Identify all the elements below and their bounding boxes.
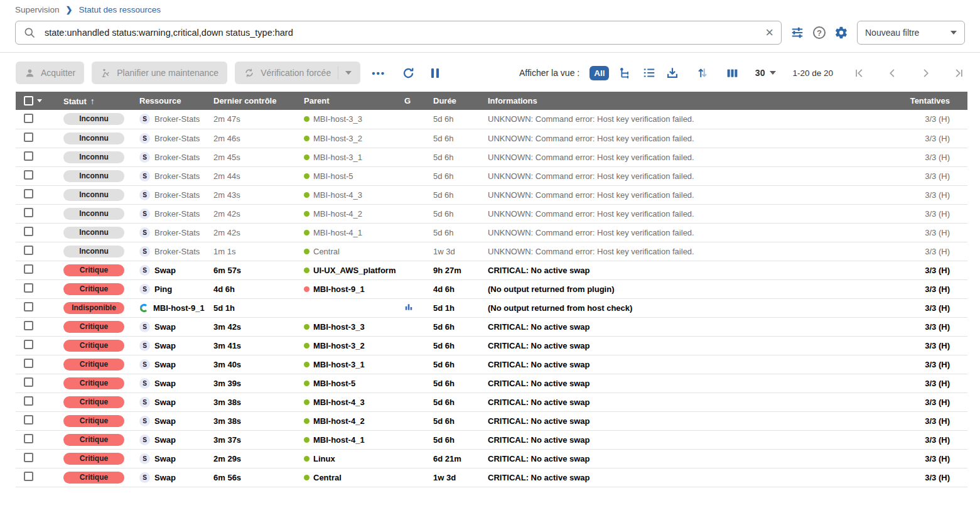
status-badge[interactable]: Inconnu [63,170,124,182]
parent-name[interactable]: MBI-host-3_1 [313,360,365,369]
tune-filter-icon[interactable] [790,26,804,40]
row-checkbox[interactable] [24,340,33,349]
parent-name[interactable]: MBI-host-5 [313,379,355,388]
parent-name[interactable]: MBI-host-3_3 [313,322,365,332]
breadcrumb-page[interactable]: Statut des ressources [78,5,161,14]
status-badge[interactable]: Inconnu [63,208,124,220]
status-badge[interactable]: Critique [63,415,124,427]
table-row[interactable]: Critique S Ping 4d 6h MBI-host-9_1 4d 6h… [16,279,967,298]
row-checkbox[interactable] [24,472,33,481]
rows-per-page-select[interactable]: 30 [755,68,777,78]
row-checkbox[interactable] [24,453,33,462]
sort-rows-icon[interactable] [696,66,709,80]
parent-name[interactable]: MBI-host-4_2 [313,416,365,426]
status-badge[interactable]: Inconnu [63,133,124,144]
acknowledge-button[interactable]: Acquitter [16,62,84,84]
chevron-down-icon[interactable] [345,71,352,75]
row-checkbox[interactable] [24,377,33,387]
search-box[interactable]: × [15,21,782,45]
row-checkbox[interactable] [24,283,33,293]
breadcrumb-section[interactable]: Supervision [15,5,60,14]
table-row[interactable]: Critique S Swap 3m 38s MBI-host-4_3 5d 6… [16,392,967,411]
parent-name[interactable]: MBI-host-9_1 [313,284,365,294]
parent-name[interactable]: MBI-host-4_3 [313,398,365,407]
select-all-checkbox[interactable] [24,96,33,106]
status-badge[interactable]: Indisponible [63,302,124,314]
status-badge[interactable]: Critique [63,283,124,295]
row-checkbox[interactable] [24,321,33,330]
table-row[interactable]: Inconnu S Broker-Stats 2m 47s MBI-host-3… [16,110,967,129]
gear-icon[interactable] [834,26,848,40]
parent-name[interactable]: MBI-host-5 [313,171,353,181]
next-page-icon[interactable] [920,67,932,79]
header-duree[interactable]: Durée [431,92,485,110]
parent-name[interactable]: MBI-host-4_3 [313,190,362,200]
table-row[interactable]: Inconnu S Broker-Stats 2m 42s MBI-host-4… [16,204,967,223]
table-row[interactable]: Critique S Swap 6m 57s UI-UX_AWS_platfor… [16,261,967,279]
status-badge[interactable]: Inconnu [63,189,124,201]
row-checkbox[interactable] [24,396,33,406]
header-statut[interactable]: Statut↑ [61,92,137,110]
view-all-button[interactable]: All [590,66,609,80]
header-informations[interactable]: Informations [485,92,876,110]
last-page-icon[interactable] [953,67,965,79]
header-g[interactable]: G [402,92,431,110]
row-checkbox[interactable] [24,434,33,443]
table-row[interactable]: Critique S Swap 3m 37s MBI-host-4_1 5d 6… [16,430,967,449]
header-ressource[interactable]: Ressource [137,92,211,110]
resource-name[interactable]: Broker-Stats [154,134,200,143]
resource-name[interactable]: Swap [154,341,176,350]
table-row[interactable]: Critique S Swap 2m 29s Linux 6d 21m CRIT… [16,449,967,468]
resource-name[interactable]: Swap [154,435,176,445]
status-badge[interactable]: Critique [63,396,124,408]
parent-name[interactable]: Central [313,473,342,482]
table-row[interactable]: Inconnu S Broker-Stats 2m 46s MBI-host-3… [16,129,967,148]
resource-name[interactable]: Swap [154,454,176,463]
status-badge[interactable]: Inconnu [63,151,124,163]
table-row[interactable]: Critique S Swap 3m 40s MBI-host-3_1 5d 6… [16,355,967,374]
row-checkbox[interactable] [24,170,33,180]
chevron-down-icon[interactable] [37,99,42,102]
export-download-icon[interactable] [665,66,679,80]
status-badge[interactable]: Critique [63,264,124,276]
row-checkbox[interactable] [24,227,33,236]
resource-name[interactable]: Broker-Stats [154,228,200,237]
parent-name[interactable]: MBI-host-3_3 [313,114,362,124]
row-checkbox[interactable] [24,133,33,142]
parent-name[interactable]: MBI-host-3_2 [313,134,362,143]
parent-name[interactable]: UI-UX_AWS_platform [313,266,396,275]
parent-name[interactable]: MBI-host-4_2 [313,209,362,219]
status-badge[interactable]: Critique [63,434,124,446]
resource-name[interactable]: Broker-Stats [154,153,200,162]
previous-page-icon[interactable] [886,67,898,79]
table-row[interactable]: Critique S Swap 6m 56s Central 1w 3d CRI… [16,468,967,487]
more-actions-icon[interactable]: ••• [372,68,385,78]
graph-icon[interactable] [404,303,413,311]
table-row[interactable]: Inconnu S Broker-Stats 2m 43s MBI-host-4… [16,185,967,204]
row-checkbox[interactable] [24,264,33,274]
help-icon[interactable]: ? [813,26,826,39]
status-badge[interactable]: Inconnu [63,227,124,239]
resource-name[interactable]: Broker-Stats [154,247,200,256]
status-badge[interactable]: Critique [63,359,124,371]
view-tree-icon[interactable] [619,67,632,80]
forced-check-button[interactable]: Vérification forcée [235,62,360,84]
search-input[interactable] [45,28,757,38]
header-tentatives[interactable]: Tentatives [876,92,967,110]
row-checkbox[interactable] [24,415,33,425]
parent-name[interactable]: MBI-host-4_1 [313,435,365,445]
row-checkbox[interactable] [24,359,33,368]
table-row[interactable]: Critique S Swap 3m 38s MBI-host-4_2 5d 6… [16,411,967,430]
parent-name[interactable]: MBI-host-4_1 [313,228,362,237]
resource-name[interactable]: Broker-Stats [154,171,200,181]
row-checkbox[interactable] [24,208,33,217]
resource-name[interactable]: Swap [154,379,176,388]
header-parent[interactable]: Parent [301,92,402,110]
first-page-icon[interactable] [853,67,865,79]
parent-name[interactable]: MBI-host-3_2 [313,341,365,350]
table-row[interactable]: Critique S Swap 3m 41s MBI-host-3_2 5d 6… [16,336,967,355]
row-checkbox[interactable] [24,114,33,123]
status-badge[interactable]: Critique [63,321,124,333]
columns-icon[interactable] [726,67,739,80]
resource-name[interactable]: Swap [154,473,176,482]
